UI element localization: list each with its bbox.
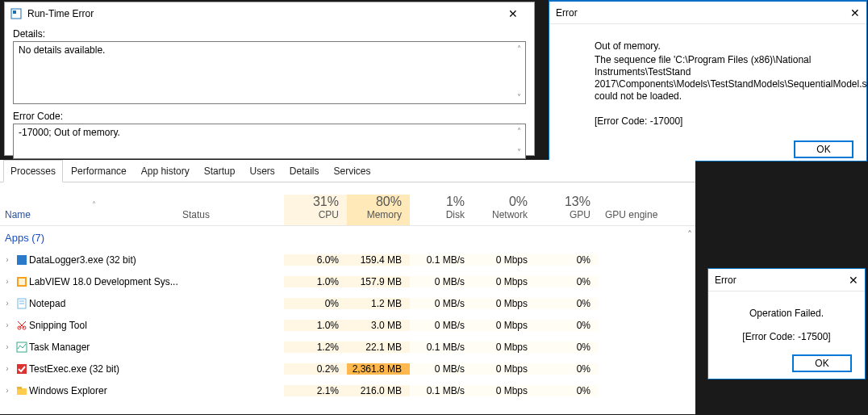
tab-performance[interactable]: Performance <box>65 161 133 182</box>
tab-startup[interactable]: Startup <box>198 161 242 182</box>
gpu-cell: 0% <box>536 320 599 331</box>
process-name: Task Manager <box>29 342 182 353</box>
app-icon <box>10 7 23 20</box>
col-gpu-engine[interactable]: GPU engine <box>599 209 695 225</box>
error-code-label: Error Code: <box>13 111 526 122</box>
ok-button[interactable]: OK <box>794 140 853 158</box>
expand-icon[interactable]: › <box>0 364 15 373</box>
error-message: Operation Failed. <box>715 308 858 320</box>
network-cell: 0 Mbps <box>473 320 536 331</box>
process-row[interactable]: ›Snipping Tool1.0%3.0 MB0 MB/s0 Mbps0% <box>0 314 695 336</box>
close-icon[interactable]: ✕ <box>826 274 858 287</box>
tab-details[interactable]: Details <box>283 161 326 182</box>
memory-cell: 1.2 MB <box>347 298 410 309</box>
gpu-cell: 0% <box>536 276 599 287</box>
app-icon <box>15 254 29 266</box>
app-icon <box>15 363 29 375</box>
scroll-down-icon[interactable]: ˅ <box>514 147 524 157</box>
disk-cell: 0 MB/s <box>410 298 473 309</box>
col-cpu[interactable]: 31%CPU <box>284 195 347 225</box>
scroll-up-icon[interactable]: ˄ <box>514 44 524 53</box>
details-text: No details available. <box>19 44 105 56</box>
error-code-textbox[interactable]: -17000; Out of memory. ˄ ˅ <box>13 124 526 159</box>
app-icon <box>15 319 29 332</box>
error-dialog-1: Error ✕ Out of memory. The sequence file… <box>549 0 867 161</box>
scroll-down-icon[interactable]: ˅ <box>514 92 524 102</box>
scroll-up-icon[interactable]: ˄ <box>514 126 524 136</box>
svg-rect-1 <box>13 10 16 14</box>
disk-cell: 0.1 MB/s <box>410 254 473 266</box>
expand-icon[interactable]: › <box>0 321 15 329</box>
expand-icon[interactable]: › <box>0 342 15 351</box>
process-row[interactable]: ›Windows Explorer2.1%216.0 MB0.1 MB/s0 M… <box>0 379 695 401</box>
network-cell: 0 Mbps <box>473 342 536 353</box>
process-name: TestExec.exe (32 bit) <box>29 363 182 375</box>
tab-app-history[interactable]: App history <box>135 161 196 182</box>
memory-cell: 157.9 MB <box>347 276 410 287</box>
cpu-cell: 6.0% <box>284 254 347 266</box>
dialog-titlebar[interactable]: Run-Time Error ✕ <box>5 2 534 25</box>
col-disk[interactable]: 1%Disk <box>410 195 473 225</box>
scroll-up-icon[interactable]: ˄ <box>683 229 695 241</box>
run-time-error-dialog: Run-Time Error ✕ Details: No details ava… <box>4 2 535 156</box>
col-status[interactable]: Status <box>182 209 284 225</box>
expand-icon[interactable]: › <box>0 386 15 395</box>
gpu-cell: 0% <box>536 385 599 396</box>
expand-icon[interactable]: › <box>0 255 15 264</box>
cpu-cell: 2.1% <box>284 385 347 396</box>
close-icon[interactable]: ✕ <box>828 6 860 19</box>
cpu-cell: 0% <box>284 298 347 309</box>
process-row[interactable]: ›TestExec.exe (32 bit)0.2%2,361.8 MB0 MB… <box>0 358 695 379</box>
error-line: Out of memory. <box>595 40 845 52</box>
process-rows: ›DataLogger3.exe (32 bit)6.0%159.4 MB0.1… <box>0 249 695 401</box>
process-name: DataLogger3.exe (32 bit) <box>29 254 182 266</box>
col-memory[interactable]: 80%Memory <box>347 195 410 225</box>
dialog-title: Error <box>715 275 826 286</box>
svg-rect-2 <box>17 255 27 265</box>
dialog-title: Run-Time Error <box>27 8 497 19</box>
svg-rect-14 <box>17 388 27 395</box>
app-icon <box>15 275 29 288</box>
details-textbox[interactable]: No details available. ˄ ˅ <box>13 41 526 104</box>
expand-icon[interactable]: › <box>0 299 15 308</box>
expand-icon[interactable]: › <box>0 277 15 286</box>
disk-cell: 0 MB/s <box>410 276 473 287</box>
error-body: Out of memory. The sequence file 'C:\Pro… <box>549 24 866 132</box>
col-gpu[interactable]: 13%GPU <box>536 195 599 225</box>
error-body: Operation Failed. [Error Code: -17500] <box>708 291 865 346</box>
gpu-cell: 0% <box>536 363 599 375</box>
process-name: Windows Explorer <box>29 385 182 396</box>
network-cell: 0 Mbps <box>473 385 536 396</box>
svg-rect-15 <box>17 387 22 389</box>
error-dialog-2: Error ✕ Operation Failed. [Error Code: -… <box>707 268 866 379</box>
col-network[interactable]: 0%Network <box>473 195 536 225</box>
svg-rect-13 <box>17 364 27 374</box>
apps-group-header[interactable]: Apps (7) <box>0 226 695 249</box>
process-row[interactable]: ›DataLogger3.exe (32 bit)6.0%159.4 MB0.1… <box>0 249 695 270</box>
process-row[interactable]: ›LabVIEW 18.0 Development Sys...1.0%157.… <box>0 270 695 292</box>
dialog-title: Error <box>556 7 828 19</box>
process-name: Snipping Tool <box>29 320 182 331</box>
col-name[interactable]: ˄ Name <box>0 200 182 225</box>
error-code-line: [Error Code: -17000] <box>595 115 845 128</box>
memory-cell: 216.0 MB <box>347 385 410 396</box>
process-row[interactable]: ›Notepad0%1.2 MB0 MB/s0 Mbps0% <box>0 292 695 314</box>
close-icon[interactable]: ✕ <box>497 4 529 23</box>
memory-cell: 2,361.8 MB <box>347 363 410 375</box>
network-cell: 0 Mbps <box>473 298 536 309</box>
app-icon <box>15 341 29 354</box>
error-code-text: -17000; Out of memory. <box>19 127 120 138</box>
tab-users[interactable]: Users <box>243 161 281 182</box>
cpu-cell: 1.2% <box>284 342 347 353</box>
tab-processes[interactable]: Processes <box>3 160 63 182</box>
error-line: The sequence file 'C:\Program Files (x86… <box>595 54 845 103</box>
process-row[interactable]: ›Task Manager1.2%22.1 MB0.1 MB/s0 Mbps0% <box>0 336 695 358</box>
tab-services[interactable]: Services <box>328 161 378 182</box>
gpu-cell: 0% <box>536 254 599 266</box>
ok-button[interactable]: OK <box>792 354 852 372</box>
dialog-titlebar[interactable]: Error ✕ <box>549 2 866 24</box>
gpu-cell: 0% <box>536 342 599 353</box>
process-name: Notepad <box>29 298 182 309</box>
dialog-titlebar[interactable]: Error ✕ <box>708 269 865 291</box>
disk-cell: 0.1 MB/s <box>410 342 473 353</box>
